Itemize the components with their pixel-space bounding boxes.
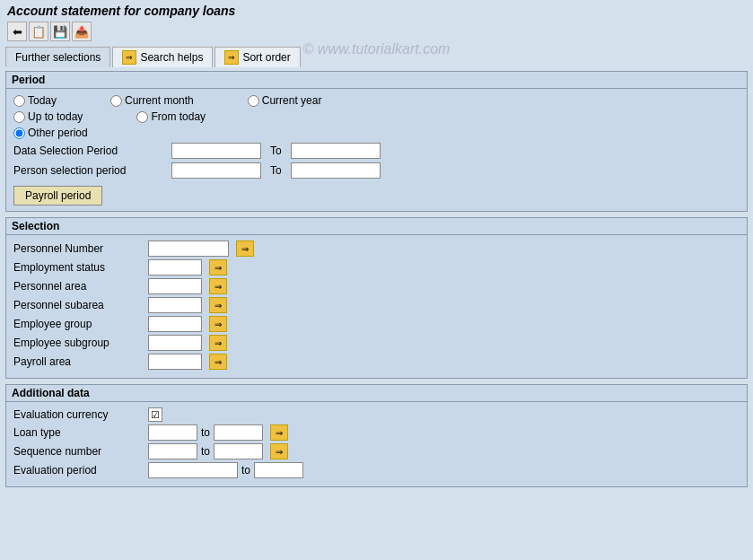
payroll-period-button[interactable]: Payroll period xyxy=(13,186,102,206)
employee-subgroup-label: Employee subgroup xyxy=(13,337,148,349)
personnel-number-input[interactable] xyxy=(148,241,229,257)
payroll-area-row: Payroll area ⇒ xyxy=(13,354,740,370)
loan-type-label: Loan type xyxy=(13,426,148,439)
radio-today-label: Today xyxy=(28,94,57,107)
employment-status-arrow-btn[interactable]: ⇒ xyxy=(209,259,227,276)
employee-group-row: Employee group ⇒ xyxy=(13,316,740,332)
sequence-number-row: Sequence number to ⇒ xyxy=(13,443,740,459)
data-selection-period-row: Data Selection Period To xyxy=(13,143,740,159)
tab-search-helps-label: Search helps xyxy=(140,51,203,64)
period-radio-row-3: Other period xyxy=(13,127,740,139)
payroll-area-arrow-btn[interactable]: ⇒ xyxy=(209,354,227,370)
data-selection-period-to-input[interactable] xyxy=(291,143,381,159)
personnel-area-label: Personnel area xyxy=(13,280,148,293)
tab-further-selections[interactable]: Further selections xyxy=(5,47,110,67)
radio-current-year: Current year xyxy=(248,94,322,107)
main-content: Period Today Current month Current year xyxy=(0,67,753,498)
title-bar: Account statement for company loans xyxy=(0,0,753,20)
radio-other-period-label: Other period xyxy=(28,127,88,139)
back-icon[interactable]: ⬅ xyxy=(7,22,27,41)
loan-type-input[interactable] xyxy=(148,424,197,441)
period-body: Today Current month Current year Up to t… xyxy=(6,89,747,211)
employee-group-label: Employee group xyxy=(13,318,148,330)
radio-today-input[interactable] xyxy=(13,95,25,107)
period-title: Period xyxy=(6,72,747,89)
selection-title: Selection xyxy=(6,218,747,235)
evaluation-currency-row: Evaluation currency ☑ xyxy=(13,407,740,422)
employment-status-label: Employment status xyxy=(13,261,148,274)
employee-subgroup-arrow-btn[interactable]: ⇒ xyxy=(209,335,227,351)
personnel-subarea-label: Personnel subarea xyxy=(13,299,148,311)
personnel-area-arrow-btn[interactable]: ⇒ xyxy=(209,278,227,294)
personnel-number-label: Personnel Number xyxy=(13,242,148,255)
radio-up-to-today-input[interactable] xyxy=(13,111,25,123)
employee-group-arrow-btn[interactable]: ⇒ xyxy=(209,316,227,332)
loan-type-to-input[interactable] xyxy=(214,424,263,441)
tab-bar: Further selections ⇒ Search helps ⇒ Sort… xyxy=(0,43,753,67)
data-selection-to-label: To xyxy=(270,144,282,157)
employment-status-input[interactable] xyxy=(148,259,202,276)
personnel-area-row: Personnel area ⇒ xyxy=(13,278,740,294)
personnel-number-arrow-btn[interactable]: ⇒ xyxy=(236,241,254,257)
search-helps-arrow-icon: ⇒ xyxy=(122,50,136,65)
selection-body: Personnel Number ⇒ Employment status ⇒ P… xyxy=(6,235,747,378)
sequence-number-input[interactable] xyxy=(148,443,197,459)
loan-type-to-label: to xyxy=(201,426,210,439)
evaluation-currency-label: Evaluation currency xyxy=(13,408,148,421)
evaluation-currency-checkbox[interactable]: ☑ xyxy=(148,407,162,422)
personnel-subarea-arrow-btn[interactable]: ⇒ xyxy=(209,297,227,313)
period-section: Period Today Current month Current year xyxy=(5,71,748,212)
additional-data-body: Evaluation currency ☑ Loan type to ⇒ Seq… xyxy=(6,402,747,486)
save-icon[interactable]: 💾 xyxy=(50,22,70,41)
data-selection-period-input[interactable] xyxy=(171,143,261,159)
sequence-number-to-input[interactable] xyxy=(214,443,263,459)
additional-data-title: Additional data xyxy=(6,385,747,402)
personnel-subarea-row: Personnel subarea ⇒ xyxy=(13,297,740,313)
radio-current-month: Current month xyxy=(110,94,194,107)
evaluation-period-input[interactable] xyxy=(148,462,238,478)
sequence-number-to-label: to xyxy=(201,445,210,458)
loan-type-arrow-btn[interactable]: ⇒ xyxy=(270,424,288,441)
selection-section: Selection Personnel Number ⇒ Employment … xyxy=(5,217,748,379)
toolbar: ⬅ 📋 💾 📤 xyxy=(0,20,753,43)
radio-from-today-input[interactable] xyxy=(136,111,148,123)
sequence-number-arrow-btn[interactable]: ⇒ xyxy=(270,443,288,459)
loan-type-row: Loan type to ⇒ xyxy=(13,424,740,441)
evaluation-period-to-input[interactable] xyxy=(254,462,303,478)
payroll-area-input[interactable] xyxy=(148,354,202,370)
employee-subgroup-row: Employee subgroup ⇒ xyxy=(13,335,740,351)
radio-other-period: Other period xyxy=(13,127,88,139)
evaluation-period-row: Evaluation period to xyxy=(13,462,740,478)
page-title: Account statement for company loans xyxy=(7,4,235,18)
radio-other-period-input[interactable] xyxy=(13,127,25,139)
person-selection-period-to-input[interactable] xyxy=(291,162,381,179)
additional-data-section: Additional data Evaluation currency ☑ Lo… xyxy=(5,384,748,487)
payroll-area-label: Payroll area xyxy=(13,355,148,368)
tab-search-helps[interactable]: ⇒ Search helps xyxy=(112,47,213,67)
person-selection-period-row: Person selection period To xyxy=(13,162,740,179)
personnel-subarea-input[interactable] xyxy=(148,297,202,313)
person-selection-period-input[interactable] xyxy=(171,162,261,179)
radio-current-month-input[interactable] xyxy=(110,95,122,107)
employment-status-row: Employment status ⇒ xyxy=(13,259,740,276)
radio-from-today-label: From today xyxy=(151,110,206,123)
tab-sort-order-label: Sort order xyxy=(242,51,290,64)
person-selection-to-label: To xyxy=(270,164,282,177)
person-selection-period-label: Person selection period xyxy=(13,164,166,177)
tab-sort-order[interactable]: ⇒ Sort order xyxy=(215,47,300,67)
radio-current-month-label: Current month xyxy=(125,94,194,107)
radio-from-today: From today xyxy=(136,110,206,123)
radio-today: Today xyxy=(13,94,57,107)
evaluation-period-to-label: to xyxy=(241,464,250,477)
radio-current-year-input[interactable] xyxy=(248,95,259,107)
radio-up-to-today-label: Up to today xyxy=(28,110,83,123)
export-icon[interactable]: 📤 xyxy=(72,22,92,41)
employee-subgroup-input[interactable] xyxy=(148,335,202,351)
period-radio-row-2: Up to today From today xyxy=(13,110,740,123)
data-selection-period-label: Data Selection Period xyxy=(13,144,166,157)
personnel-area-input[interactable] xyxy=(148,278,202,294)
tab-further-selections-label: Further selections xyxy=(15,51,101,64)
clipboard-icon[interactable]: 📋 xyxy=(29,22,48,41)
employee-group-input[interactable] xyxy=(148,316,202,332)
radio-up-to-today: Up to today xyxy=(13,110,83,123)
